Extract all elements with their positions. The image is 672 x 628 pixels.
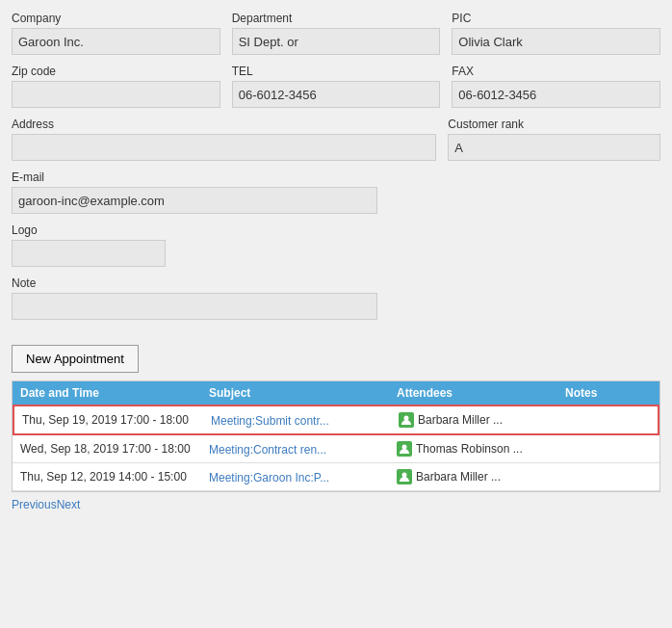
company-input[interactable] xyxy=(12,28,220,55)
fax-input[interactable] xyxy=(452,81,660,108)
department-input[interactable] xyxy=(232,28,441,55)
form-section: Company Department PIC Zip code TEL xyxy=(12,12,660,337)
email-input[interactable] xyxy=(12,187,377,214)
table-row: Wed, Sep 18, 2019 17:00 - 18:00 Meeting:… xyxy=(13,435,659,463)
row3-attendees: Barbara Miller ... xyxy=(393,469,561,484)
row-address-rank: Address Customer rank xyxy=(12,118,660,161)
address-input[interactable] xyxy=(12,134,436,161)
address-label: Address xyxy=(12,118,436,131)
new-appointment-button[interactable]: New Appointment xyxy=(12,345,139,373)
department-label: Department xyxy=(232,12,441,25)
svg-point-2 xyxy=(402,473,407,478)
pic-label: PIC xyxy=(452,12,660,25)
email-group: E-mail xyxy=(12,170,387,214)
row3-subject: Meeting:Garoon Inc:P... xyxy=(205,470,393,484)
company-label: Company xyxy=(12,12,220,25)
row2-subject-link[interactable]: Meeting:Contract ren... xyxy=(209,443,326,457)
row3-subject-link[interactable]: Meeting:Garoon Inc:P... xyxy=(209,471,329,484)
logo-group: Logo xyxy=(12,223,204,267)
svg-point-1 xyxy=(402,445,407,450)
svg-point-0 xyxy=(404,416,409,421)
previous-link[interactable]: Previous xyxy=(12,498,57,511)
row2-attendee-icon xyxy=(397,441,412,457)
row1-datetime: Thu, Sep 19, 2019 17:00 - 18:00 xyxy=(14,413,207,427)
fax-group: FAX xyxy=(452,65,660,108)
row-company-dept-pic: Company Department PIC xyxy=(12,12,660,55)
row2-attendees: Thomas Robinson ... xyxy=(393,441,561,457)
header-attendees: Attendees xyxy=(393,386,561,400)
zipcode-label: Zip code xyxy=(12,65,220,78)
next-link[interactable]: Next xyxy=(57,498,81,511)
table-header: Date and Time Subject Attendees Notes xyxy=(13,381,659,405)
logo-input[interactable] xyxy=(12,240,166,267)
row-logo: Logo xyxy=(12,223,660,267)
customer-rank-label: Customer rank xyxy=(448,118,660,131)
customer-rank-group: Customer rank xyxy=(448,118,660,161)
row-note: Note xyxy=(12,276,660,320)
row1-subject-link[interactable]: Meeting:Submit contr... xyxy=(211,414,329,428)
row-email: E-mail xyxy=(12,170,660,214)
header-subject: Subject xyxy=(205,386,393,400)
tel-group: TEL xyxy=(232,65,441,108)
row3-datetime: Thu, Sep 12, 2019 14:00 - 15:00 xyxy=(13,470,205,484)
header-notes: Notes xyxy=(561,386,659,400)
row2-attendee-name: Thomas Robinson ... xyxy=(416,442,523,456)
tel-input[interactable] xyxy=(232,81,441,108)
logo-label: Logo xyxy=(12,223,204,237)
note-label: Note xyxy=(12,276,387,290)
department-group: Department xyxy=(232,12,441,55)
address-group: Address xyxy=(12,118,436,161)
header-datetime: Date and Time xyxy=(13,386,205,400)
row-zip-tel-fax: Zip code TEL FAX xyxy=(12,65,660,108)
zipcode-group: Zip code xyxy=(12,65,220,108)
fax-label: FAX xyxy=(452,65,660,78)
company-group: Company xyxy=(12,12,220,55)
email-label: E-mail xyxy=(12,170,387,184)
note-input[interactable] xyxy=(12,293,377,320)
pic-input[interactable] xyxy=(452,28,660,55)
pagination: Previous Next xyxy=(12,492,660,515)
customer-rank-input[interactable] xyxy=(448,134,660,161)
row2-subject: Meeting:Contract ren... xyxy=(205,442,393,457)
row2-datetime: Wed, Sep 18, 2019 17:00 - 18:00 xyxy=(13,442,205,456)
row3-attendee-icon xyxy=(397,469,412,484)
pic-group: PIC xyxy=(452,12,660,55)
main-container: Company Department PIC Zip code TEL xyxy=(0,0,672,628)
row1-subject: Meeting:Submit contr... xyxy=(207,413,395,428)
zipcode-input[interactable] xyxy=(12,81,220,108)
appointments-table: Date and Time Subject Attendees Notes Th… xyxy=(12,380,660,492)
row1-attendees: Barbara Miller ... xyxy=(395,412,563,428)
row1-attendee-icon xyxy=(399,412,414,428)
row3-attendee-name: Barbara Miller ... xyxy=(416,470,501,484)
table-row: Thu, Sep 19, 2019 17:00 - 18:00 Meeting:… xyxy=(13,405,659,435)
note-group: Note xyxy=(12,276,387,320)
table-row: Thu, Sep 12, 2019 14:00 - 15:00 Meeting:… xyxy=(13,463,659,491)
tel-label: TEL xyxy=(232,65,441,78)
row1-attendee-name: Barbara Miller ... xyxy=(418,413,503,427)
